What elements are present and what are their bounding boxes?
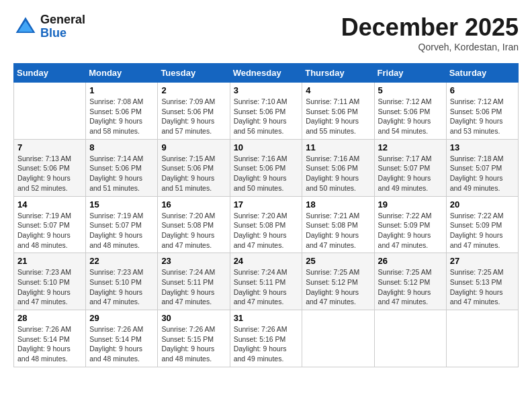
day-number: 17 [234,199,299,210]
day-info: Sunrise: 7:20 AM Sunset: 5:08 PM Dayligh… [234,211,299,250]
day-number: 14 [17,199,82,210]
logo-text: General Blue [40,13,85,40]
calendar-cell: 9Sunrise: 7:15 AM Sunset: 5:06 PM Daylig… [158,139,230,196]
calendar-cell: 20Sunrise: 7:22 AM Sunset: 5:09 PM Dayli… [446,196,518,253]
day-info: Sunrise: 7:25 AM Sunset: 5:13 PM Dayligh… [450,267,515,307]
weekday-header-saturday: Saturday [446,64,518,83]
day-number: 31 [234,313,299,323]
calendar-cell: 19Sunrise: 7:22 AM Sunset: 5:09 PM Dayli… [374,196,446,253]
calendar-cell: 24Sunrise: 7:24 AM Sunset: 5:11 PM Dayli… [230,253,302,310]
calendar-cell: 15Sunrise: 7:19 AM Sunset: 5:07 PM Dayli… [86,196,158,253]
calendar-cell: 21Sunrise: 7:23 AM Sunset: 5:10 PM Dayli… [14,253,86,310]
day-number: 2 [161,85,226,95]
day-number: 9 [161,142,226,152]
day-info: Sunrise: 7:14 AM Sunset: 5:06 PM Dayligh… [89,154,154,193]
calendar-cell: 26Sunrise: 7:25 AM Sunset: 5:12 PM Dayli… [374,253,446,310]
day-info: Sunrise: 7:23 AM Sunset: 5:10 PM Dayligh… [17,267,82,307]
day-info: Sunrise: 7:13 AM Sunset: 5:06 PM Dayligh… [17,154,82,193]
weekday-header-monday: Monday [86,64,158,83]
day-number: 12 [378,142,443,152]
day-number: 3 [234,85,299,95]
day-number: 16 [161,199,226,210]
day-info: Sunrise: 7:20 AM Sunset: 5:08 PM Dayligh… [161,211,226,250]
day-info: Sunrise: 7:08 AM Sunset: 5:06 PM Dayligh… [89,97,154,136]
calendar-cell: 6Sunrise: 7:12 AM Sunset: 5:06 PM Daylig… [446,83,518,140]
day-number: 27 [450,256,515,266]
day-info: Sunrise: 7:26 AM Sunset: 5:14 PM Dayligh… [17,324,82,364]
day-info: Sunrise: 7:09 AM Sunset: 5:06 PM Dayligh… [161,97,226,136]
calendar-cell: 7Sunrise: 7:13 AM Sunset: 5:06 PM Daylig… [14,139,86,196]
day-number: 21 [17,256,82,266]
day-info: Sunrise: 7:12 AM Sunset: 5:06 PM Dayligh… [450,97,515,136]
calendar-cell: 18Sunrise: 7:21 AM Sunset: 5:08 PM Dayli… [302,196,374,253]
logo-icon [13,15,38,39]
week-row-4: 21Sunrise: 7:23 AM Sunset: 5:10 PM Dayli… [14,253,519,310]
weekday-header-wednesday: Wednesday [230,64,302,83]
calendar-cell: 3Sunrise: 7:10 AM Sunset: 5:06 PM Daylig… [230,83,302,140]
day-number: 20 [450,199,515,210]
day-number: 8 [89,142,154,152]
logo-general: General [40,13,85,26]
day-info: Sunrise: 7:21 AM Sunset: 5:08 PM Dayligh… [306,211,370,250]
day-info: Sunrise: 7:26 AM Sunset: 5:15 PM Dayligh… [161,324,226,364]
day-info: Sunrise: 7:26 AM Sunset: 5:16 PM Dayligh… [234,324,299,364]
calendar-cell: 28Sunrise: 7:26 AM Sunset: 5:14 PM Dayli… [14,310,86,367]
day-number: 25 [306,256,370,266]
calendar-cell: 17Sunrise: 7:20 AM Sunset: 5:08 PM Dayli… [230,196,302,253]
logo-blue: Blue [40,26,66,40]
weekday-header-thursday: Thursday [302,64,374,83]
calendar-cell [302,310,374,367]
day-info: Sunrise: 7:25 AM Sunset: 5:12 PM Dayligh… [306,267,370,307]
day-info: Sunrise: 7:22 AM Sunset: 5:09 PM Dayligh… [378,211,443,250]
calendar-cell: 11Sunrise: 7:16 AM Sunset: 5:06 PM Dayli… [302,139,374,196]
day-number: 28 [17,313,82,323]
day-info: Sunrise: 7:23 AM Sunset: 5:10 PM Dayligh… [89,267,154,307]
day-info: Sunrise: 7:22 AM Sunset: 5:09 PM Dayligh… [450,211,515,250]
calendar-cell: 29Sunrise: 7:26 AM Sunset: 5:14 PM Dayli… [86,310,158,367]
day-info: Sunrise: 7:26 AM Sunset: 5:14 PM Dayligh… [89,324,154,364]
day-info: Sunrise: 7:19 AM Sunset: 5:07 PM Dayligh… [17,211,82,250]
day-number: 1 [89,85,154,95]
week-row-1: 1Sunrise: 7:08 AM Sunset: 5:06 PM Daylig… [14,83,519,140]
calendar-cell: 31Sunrise: 7:26 AM Sunset: 5:16 PM Dayli… [230,310,302,367]
day-info: Sunrise: 7:15 AM Sunset: 5:06 PM Dayligh… [161,154,226,193]
calendar-cell: 25Sunrise: 7:25 AM Sunset: 5:12 PM Dayli… [302,253,374,310]
day-number: 22 [89,256,154,266]
page-header: General Blue December 2025 Qorveh, Korde… [13,13,519,52]
calendar-cell: 30Sunrise: 7:26 AM Sunset: 5:15 PM Dayli… [158,310,230,367]
logo: General Blue [13,13,85,40]
day-number: 19 [378,199,443,210]
day-number: 7 [17,142,82,152]
title-block: December 2025 Qorveh, Kordestan, Iran [341,13,519,52]
calendar-cell: 13Sunrise: 7:18 AM Sunset: 5:07 PM Dayli… [446,139,518,196]
day-info: Sunrise: 7:17 AM Sunset: 5:07 PM Dayligh… [378,154,443,193]
calendar-cell: 10Sunrise: 7:16 AM Sunset: 5:06 PM Dayli… [230,139,302,196]
calendar-cell: 23Sunrise: 7:24 AM Sunset: 5:11 PM Dayli… [158,253,230,310]
day-info: Sunrise: 7:16 AM Sunset: 5:06 PM Dayligh… [306,154,370,193]
week-row-2: 7Sunrise: 7:13 AM Sunset: 5:06 PM Daylig… [14,139,519,196]
day-number: 23 [161,256,226,266]
calendar-cell: 1Sunrise: 7:08 AM Sunset: 5:06 PM Daylig… [86,83,158,140]
week-row-3: 14Sunrise: 7:19 AM Sunset: 5:07 PM Dayli… [14,196,519,253]
calendar-cell: 16Sunrise: 7:20 AM Sunset: 5:08 PM Dayli… [158,196,230,253]
calendar-cell [14,83,86,140]
calendar-cell: 12Sunrise: 7:17 AM Sunset: 5:07 PM Dayli… [374,139,446,196]
calendar-cell: 14Sunrise: 7:19 AM Sunset: 5:07 PM Dayli… [14,196,86,253]
weekday-header-sunday: Sunday [14,64,86,83]
day-number: 18 [306,199,370,210]
day-info: Sunrise: 7:24 AM Sunset: 5:11 PM Dayligh… [161,267,226,307]
day-number: 6 [450,85,515,95]
day-number: 13 [450,142,515,152]
location: Qorveh, Kordestan, Iran [341,42,519,52]
weekday-header-row: SundayMondayTuesdayWednesdayThursdayFrid… [14,64,519,83]
calendar-cell: 22Sunrise: 7:23 AM Sunset: 5:10 PM Dayli… [86,253,158,310]
week-row-5: 28Sunrise: 7:26 AM Sunset: 5:14 PM Dayli… [14,310,519,367]
day-number: 30 [161,313,226,323]
day-info: Sunrise: 7:12 AM Sunset: 5:06 PM Dayligh… [378,97,443,136]
calendar-cell: 2Sunrise: 7:09 AM Sunset: 5:06 PM Daylig… [158,83,230,140]
day-number: 24 [234,256,299,266]
weekday-header-tuesday: Tuesday [158,64,230,83]
day-info: Sunrise: 7:10 AM Sunset: 5:06 PM Dayligh… [234,97,299,136]
calendar-table: SundayMondayTuesdayWednesdayThursdayFrid… [13,63,519,367]
calendar-cell [446,310,518,367]
